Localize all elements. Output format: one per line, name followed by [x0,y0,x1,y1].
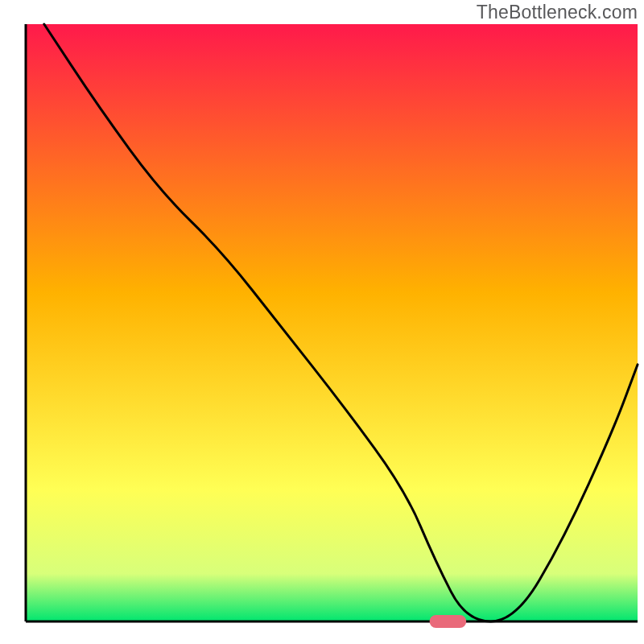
optimal-marker [430,615,467,628]
watermark-text: TheBottleneck.com [477,2,638,23]
bottleneck-chart [0,0,644,644]
plot-area [26,24,638,621]
chart-frame: TheBottleneck.com [0,0,644,644]
